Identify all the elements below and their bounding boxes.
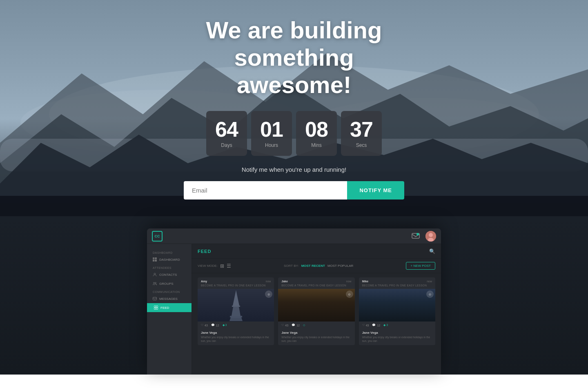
list-view-icon[interactable]: ☰: [227, 263, 231, 269]
card-3-time: now: [427, 280, 432, 283]
card-1-author: Amy: [201, 280, 207, 283]
secs-label: Secs: [356, 142, 367, 148]
svg-point-12: [429, 233, 433, 237]
countdown-hours: 01 Hours: [251, 111, 292, 156]
sidebar-label-dashboard: DASHBOARD: [159, 258, 180, 262]
feed-title: FEED: [198, 249, 211, 254]
svg-rect-29: [230, 316, 242, 317]
sidebar-label-groups: GROUPS: [159, 282, 174, 286]
card-3-meta: Mike now: [359, 277, 435, 284]
card-1-user: Jane Vega Whether you enjoy city breaks …: [198, 329, 274, 345]
card-3-username: Jane Vega: [362, 331, 432, 335]
feed-cards: Amy now BECOME A TRAVEL PRO IN ONE EASY …: [192, 273, 441, 349]
card-2-emoji-btn[interactable]: ☺: [346, 290, 353, 298]
sidebar-item-contacts[interactable]: CONTACTS: [147, 270, 192, 279]
sidebar-item-feed[interactable]: FEED: [147, 303, 192, 312]
grid-view-icon[interactable]: ⊞: [220, 263, 224, 269]
user-avatar[interactable]: [425, 231, 436, 242]
card-3-author: Mike: [362, 280, 369, 283]
view-modes: VIEW MODE: ⊞ ☰: [198, 263, 231, 269]
sort-by-label: SORT BY:: [284, 264, 299, 268]
dashboard-preview: CC: [147, 228, 441, 375]
svg-point-10: [416, 233, 419, 235]
card-1-subtitle: BECOME A TRAVEL PRO IN ONE EASY LESSON: [198, 284, 274, 289]
card-2-footer: ♡ 43 💬 12 ◇: [278, 321, 354, 329]
card-3-likes: ♡ 43: [362, 324, 369, 327]
card-2-username: Jane Vega: [281, 331, 351, 335]
card-2-meta: Jake now: [278, 277, 354, 284]
card-2-image: ☺: [278, 289, 354, 321]
sidebar-label-feed: FEED: [160, 306, 169, 310]
sidebar: DASHBOARD DASHBOARD ATTENDEES CONTACTS G…: [147, 244, 192, 375]
search-icon[interactable]: 🔍: [429, 248, 435, 254]
dashboard-header: CC: [147, 228, 441, 244]
feed-card-2: Jake now BECOME A TRAVEL PRO IN ONE EASY…: [278, 277, 354, 345]
sidebar-item-groups[interactable]: GROUPS: [147, 279, 192, 288]
card-3-emoji-btn[interactable]: ☺: [426, 290, 434, 298]
mins-value: 08: [305, 119, 328, 140]
card-3-comments: 💬 12: [372, 324, 380, 327]
svg-point-18: [154, 273, 156, 275]
new-post-button[interactable]: + NEW POST: [406, 262, 435, 270]
svg-rect-25: [156, 308, 158, 310]
sidebar-item-dashboard[interactable]: DASHBOARD: [147, 255, 192, 264]
card-2-author: Jake: [281, 280, 288, 283]
svg-marker-26: [233, 290, 239, 306]
sidebar-section-communication: COMMUNICATION: [147, 288, 192, 294]
card-2-likes: ♡ 43: [281, 324, 288, 327]
sidebar-label-contacts: CONTACTS: [159, 273, 177, 277]
svg-point-19: [154, 282, 155, 284]
dashboard-body: DASHBOARD DASHBOARD ATTENDEES CONTACTS G…: [147, 244, 441, 375]
countdown-timer: 64 Days 01 Hours 08 Mins 37 Secs: [206, 111, 382, 156]
svg-rect-24: [154, 308, 156, 310]
card-2-diamond: ◇: [303, 324, 305, 327]
countdown-mins: 08 Mins: [296, 111, 337, 156]
card-1-diamond: ◆ 3: [223, 324, 227, 327]
card-3-desc: Whether you enjoy city breaks or extende…: [362, 335, 432, 343]
notification-icon[interactable]: [412, 233, 421, 240]
email-input[interactable]: [184, 181, 347, 200]
view-mode-label: VIEW MODE:: [198, 264, 218, 268]
svg-marker-30: [229, 317, 243, 321]
card-2-desc: Whether you enjoy city breaks or extende…: [281, 335, 351, 343]
card-2-user: Jane Vega Whether you enjoy city breaks …: [278, 329, 354, 345]
sidebar-section-attendees: ATTENDEES: [147, 264, 192, 270]
days-value: 64: [215, 119, 238, 140]
card-1-likes: ♡ 43: [201, 324, 208, 327]
card-1-time: now: [265, 280, 271, 283]
hero-content: We are building something awesome! 64 Da…: [151, 17, 437, 199]
svg-rect-14: [153, 257, 154, 259]
svg-rect-27: [232, 306, 240, 307]
svg-rect-16: [153, 259, 154, 262]
countdown-secs: 37 Secs: [341, 111, 382, 156]
svg-rect-21: [153, 297, 157, 300]
card-1-comments: 💬 12: [211, 324, 219, 327]
sidebar-item-messages[interactable]: MESSAGES: [147, 294, 192, 303]
most-popular-option[interactable]: MOST POPULAR: [327, 264, 353, 268]
card-1-footer: ♡ 43 💬 12 ◆ 3: [198, 321, 274, 329]
svg-rect-22: [154, 306, 156, 308]
days-label: Days: [221, 142, 232, 148]
hero-title: We are building something awesome!: [151, 17, 437, 98]
svg-point-20: [155, 282, 156, 284]
card-3-diamond: ◆ 3: [383, 324, 388, 327]
sort-controls: SORT BY: MOST RECENT MOST POPULAR: [284, 264, 353, 268]
countdown-days: 64 Days: [206, 111, 247, 156]
card-1-meta: Amy now: [198, 277, 274, 284]
hours-label: Hours: [265, 142, 278, 148]
mins-label: Mins: [311, 142, 321, 148]
notify-button[interactable]: NOTIFY ME: [347, 181, 404, 200]
feed-card-1: Amy now BECOME A TRAVEL PRO IN ONE EASY …: [198, 277, 274, 345]
most-recent-option[interactable]: MOST RECENT: [301, 264, 325, 268]
notify-text: Notify me when you're up and running!: [242, 166, 346, 173]
svg-rect-23: [156, 306, 158, 308]
card-3-image: ☺: [359, 289, 435, 321]
main-content: FEED 🔍 VIEW MODE: ⊞ ☰ SORT BY: MOST RECE…: [192, 244, 441, 375]
card-1-username: Jane Vega: [201, 331, 271, 335]
preview-section: CC: [0, 216, 588, 375]
card-3-footer: ♡ 43 💬 12 ◆ 3: [359, 321, 435, 329]
card-2-comments: 💬 12: [292, 324, 300, 327]
svg-rect-15: [155, 257, 157, 259]
card-1-emoji-btn[interactable]: ☺: [265, 290, 272, 298]
hours-value: 01: [260, 119, 283, 140]
